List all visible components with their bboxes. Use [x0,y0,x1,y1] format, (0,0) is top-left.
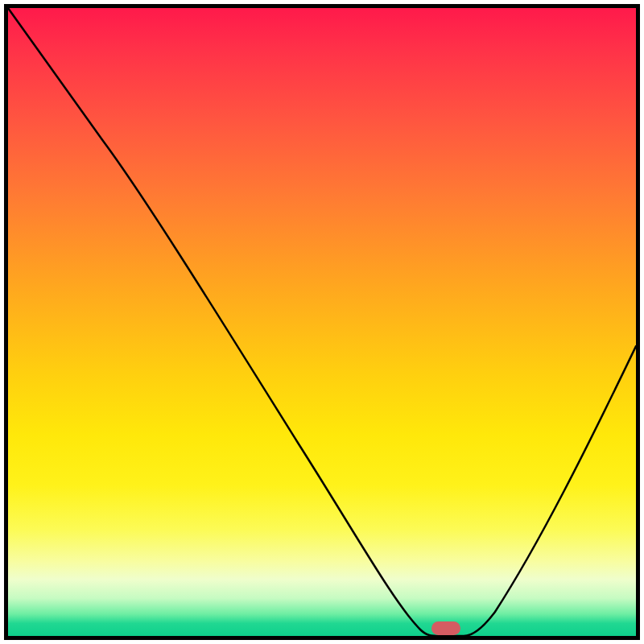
optimal-marker [431,621,460,635]
chart-frame [4,4,640,640]
bottleneck-curve [8,8,636,636]
plot-area [8,8,636,636]
curve-path [8,8,636,636]
